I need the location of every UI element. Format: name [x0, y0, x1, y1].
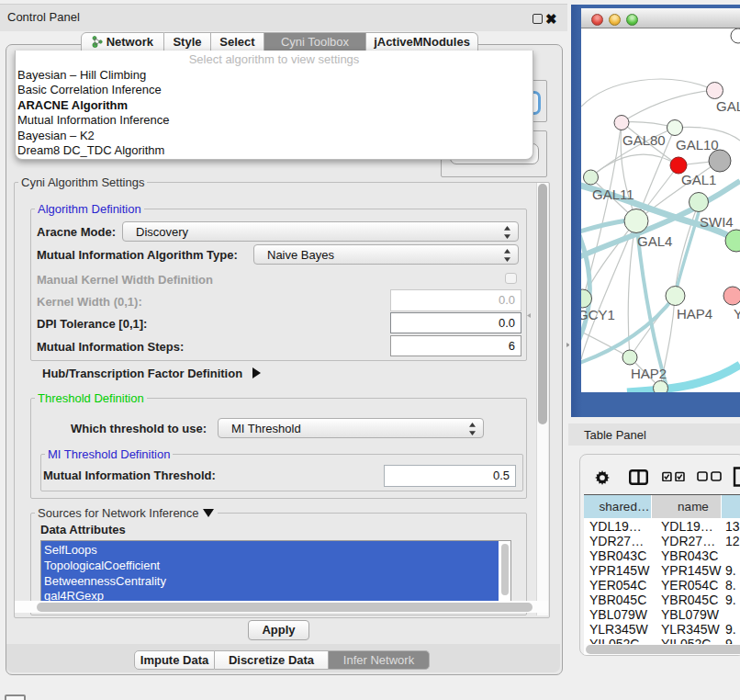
svg-text:GAL1: GAL1	[681, 172, 716, 187]
svg-text:GAL10: GAL10	[676, 137, 719, 152]
svg-text:HAP2: HAP2	[631, 366, 667, 381]
svg-text:GAL: GAL	[716, 98, 740, 114]
svg-text:GAL80: GAL80	[622, 132, 666, 148]
svg-text:GAL4: GAL4	[637, 233, 672, 249]
svg-text:Y: Y	[734, 306, 740, 322]
svg-text:GAL11: GAL11	[592, 186, 634, 202]
svg-text:HAP4: HAP4	[677, 306, 712, 322]
svg-text:SWI4: SWI4	[700, 214, 734, 230]
svg-text:GCY1: GCY1	[581, 307, 615, 322]
